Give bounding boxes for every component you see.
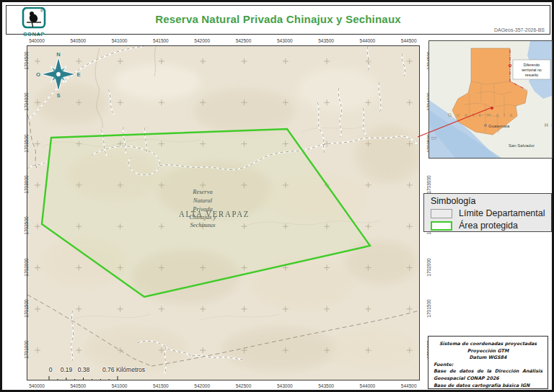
grid-label-bottom: 542500 xyxy=(229,383,258,390)
grid-label-right: 1701500 xyxy=(426,294,433,323)
legend-item-area-protegida: Área protegida xyxy=(431,220,545,231)
credits-datum: Datum WGS84 xyxy=(434,355,542,362)
inset-corner-label: 72T xyxy=(431,136,438,141)
compass-o-label: O xyxy=(36,71,40,78)
legend-swatch-departmental-limit xyxy=(431,209,452,218)
map-frame: Reserva Natural Privada Chinajux y Sechi… xyxy=(27,45,420,380)
grid-label-top: 543500 xyxy=(312,37,340,45)
department-label: ALTA VERAPAZ xyxy=(179,209,250,219)
legend-title: Simbología xyxy=(431,196,545,206)
grid-label-left: 1703000 xyxy=(23,170,30,199)
map-region: Reserva Natural Privada Chinajux y Sechi… xyxy=(9,37,428,391)
inset-city-label: San Salvador xyxy=(509,143,535,148)
grid-label-top: 541500 xyxy=(146,37,175,45)
inset-map-canvas: Diferendo territorial no resuelto G u a … xyxy=(429,41,552,158)
grid-label-bottom: 543000 xyxy=(271,383,299,390)
grid-label-bottom: 540000 xyxy=(22,383,51,390)
grid-label-top: 544500 xyxy=(395,37,423,45)
inset-neighbor-label: H o xyxy=(545,122,552,128)
scalebar-ticks xyxy=(45,374,171,380)
grid-label-bottom: 541500 xyxy=(146,383,175,390)
inset-capital-label: Guatemala xyxy=(488,124,510,128)
grid-label-bottom: 540500 xyxy=(63,383,92,390)
grid-label-top: 542000 xyxy=(188,37,216,45)
scalebar-unit-label: 0.76 Kilómetros xyxy=(102,366,145,373)
grid-label-right: 1702000 xyxy=(426,253,433,282)
inset-map: Diferendo territorial no resuelto G u a … xyxy=(428,40,553,159)
grid-label-left: 1702500 xyxy=(23,211,30,240)
credits-coord-system: Sistema de coordenadas proyectadas xyxy=(434,341,542,348)
doc-code: DAGeos-357-2026-BS xyxy=(494,27,545,32)
area-label-line-2: Natural xyxy=(193,197,213,204)
page-border: ® CONAP Reserva Natural Privada Chinajux… xyxy=(0,0,554,392)
inset-note-line-1: Diferendo xyxy=(524,63,540,67)
credits-source-2: Base de datos cartografía básica IGN 201… xyxy=(434,383,542,392)
grid-label-top: 540000 xyxy=(22,37,51,45)
grid-label-left: 1701500 xyxy=(23,294,30,323)
inset-note: Diferendo territorial no resuelto xyxy=(513,60,550,79)
credits-source-1: Base de datos de la Dirección Análisis G… xyxy=(434,368,542,382)
credits-source-heading: Fuente: xyxy=(434,362,542,369)
grid-label-left: 1704500 xyxy=(23,46,30,75)
legend: Simbología Límite Departamental Área pro… xyxy=(423,193,552,232)
inset-note-line-2: territorial no xyxy=(522,68,542,72)
grid-label-bottom: 541000 xyxy=(105,383,134,390)
grid-label-left: 1703500 xyxy=(23,129,30,158)
map-canvas: Reserva Natural Privada Chinajux y Sechi… xyxy=(27,46,419,380)
grid-label-bottom: 544500 xyxy=(395,383,423,390)
grid-label-top: 542500 xyxy=(229,37,258,45)
grid-label-top: 544000 xyxy=(353,37,382,45)
compass-e-label: E xyxy=(76,71,80,78)
grid-label-bottom: 542000 xyxy=(188,383,216,390)
grid-label-top: 540500 xyxy=(63,37,92,45)
compass-s-label: S xyxy=(56,92,60,99)
grid-label-bottom: 543500 xyxy=(312,383,340,390)
area-label-line-5: Sechinaux xyxy=(190,221,216,228)
page-title: Reserva Natural Privada Chinajux y Sechi… xyxy=(6,13,550,25)
credits: Sistema de coordenadas proyectadas Proye… xyxy=(428,336,548,389)
compass-n-label: N xyxy=(56,51,60,58)
inset-location-dot xyxy=(491,107,493,110)
inset-capital-dot xyxy=(484,124,486,126)
legend-label-departmental-limit: Límite Departamental xyxy=(459,208,545,218)
scalebar-label-0: 0 xyxy=(49,366,53,373)
legend-label-protected-area: Área protegida xyxy=(459,220,518,231)
grid-label-left: 1701000 xyxy=(23,335,30,364)
scalebar: 0 0.19 0.38 0.76 Kilómetros xyxy=(45,366,171,380)
grid-label-left: 1702000 xyxy=(23,253,30,282)
legend-item-limite: Límite Departamental xyxy=(431,208,545,218)
scalebar-label-038: 0.38 xyxy=(78,366,90,373)
grid-label-bottom: 544000 xyxy=(353,383,382,390)
grid-label-top: 543000 xyxy=(271,37,299,45)
legend-swatch-protected-area xyxy=(431,221,452,231)
area-label-line-1: Reserva xyxy=(192,188,212,195)
grid-label-left: 1704000 xyxy=(23,87,30,116)
scalebar-label-019: 0.19 xyxy=(61,366,73,373)
inset-country-label: G u a t e m a l a xyxy=(448,112,514,117)
grid-label-top: 541000 xyxy=(105,37,134,45)
inset-note-line-3: resuelto xyxy=(525,73,539,77)
header: ® CONAP Reserva Natural Privada Chinajux… xyxy=(6,5,550,35)
credits-projection: Proyección GTM xyxy=(434,348,542,355)
